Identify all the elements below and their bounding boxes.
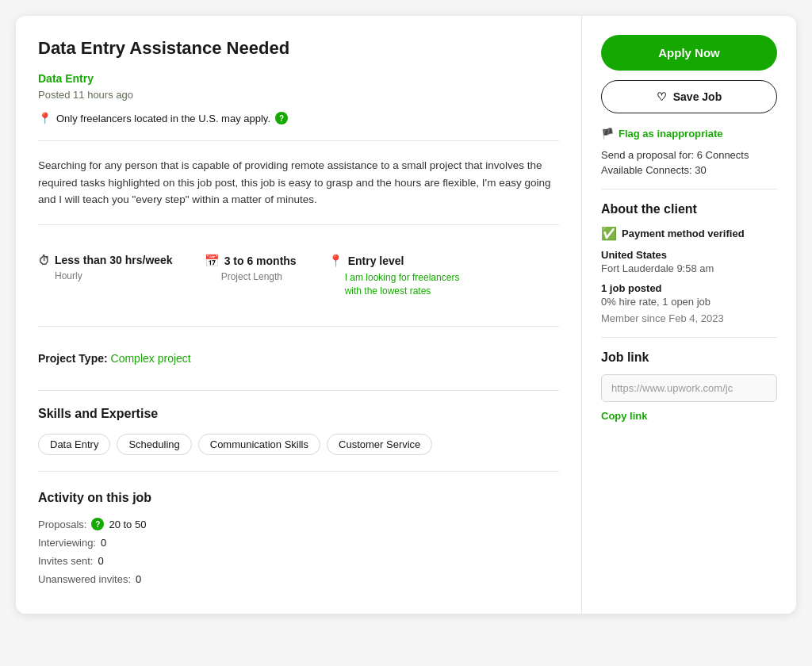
entry-icon: 📍 xyxy=(328,254,343,268)
duration-label: 3 to 6 months xyxy=(224,255,297,267)
save-label: Save Job xyxy=(673,90,722,103)
activity-section: Activity on this job Proposals: ? 20 to … xyxy=(38,488,559,585)
clock-icon: ⏱ xyxy=(38,254,50,267)
available-connects-info: Available Connects: 30 xyxy=(601,164,777,176)
proposals-icon: ? xyxy=(91,518,104,530)
location-pin-icon: 📍 xyxy=(38,112,52,124)
divider-4 xyxy=(38,390,559,391)
hours-sublabel: Hourly xyxy=(38,270,173,281)
duration-sublabel: Project Length xyxy=(205,271,297,282)
divider-1 xyxy=(38,140,559,141)
divider-5 xyxy=(38,471,559,472)
skill-tag: Customer Service xyxy=(327,434,432,455)
copy-link[interactable]: Copy link xyxy=(601,410,648,422)
about-client-title: About the client xyxy=(601,202,777,216)
heart-icon: ♡ xyxy=(657,90,667,103)
meta-hours: ⏱ Less than 30 hrs/week Hourly xyxy=(38,254,173,298)
flag-label: Flag as inappropriate xyxy=(619,128,722,140)
skills-section: Skills and Expertise Data EntrySchedulin… xyxy=(38,407,559,455)
level-desc: I am looking for freelancers with the lo… xyxy=(328,271,471,298)
interviewing-value: 0 xyxy=(101,537,106,549)
skill-tag: Communication Skills xyxy=(198,434,320,455)
invites-label: Invites sent: xyxy=(38,555,93,567)
job-link-title: Job link xyxy=(601,350,777,365)
job-description: Searching for any person that is capable… xyxy=(38,157,559,209)
sends-proposal-info: Send a proposal for: 6 Connects xyxy=(601,149,777,161)
jobs-posted: 1 job posted xyxy=(601,282,777,294)
invites-value: 0 xyxy=(98,555,103,567)
category-link[interactable]: Data Entry xyxy=(38,72,94,85)
sidebar: Apply Now ♡ Save Job 🏴 Flag as inappropr… xyxy=(582,16,796,614)
divider-2 xyxy=(38,224,559,225)
member-since: Member since Feb 4, 2023 xyxy=(601,312,777,324)
activity-unanswered: Unanswered invites: 0 xyxy=(38,573,559,585)
divider-3 xyxy=(38,326,559,327)
client-country: United States xyxy=(601,249,777,261)
skills-list: Data EntrySchedulingCommunication Skills… xyxy=(38,434,559,455)
hours-label: Less than 30 hrs/week xyxy=(55,254,173,266)
proposals-label: Proposals: xyxy=(38,519,86,530)
level-label: Entry level xyxy=(348,255,404,267)
location-notice: 📍 Only freelancers located in the U.S. m… xyxy=(38,112,559,124)
meta-level: 📍 Entry level I am looking for freelance… xyxy=(328,254,471,298)
flag-link[interactable]: 🏴 Flag as inappropriate xyxy=(601,128,777,140)
activity-invites: Invites sent: 0 xyxy=(38,555,559,567)
unanswered-label: Unanswered invites: xyxy=(38,573,131,585)
verified-icon: ✅ xyxy=(601,226,617,241)
sidebar-divider-2 xyxy=(601,337,777,338)
skill-tag: Data Entry xyxy=(38,434,110,455)
proposals-value: 20 to 50 xyxy=(109,519,146,530)
posted-time: Posted 11 hours ago xyxy=(38,89,559,101)
job-link-input[interactable] xyxy=(601,374,777,402)
help-icon[interactable]: ? xyxy=(275,112,288,124)
calendar-icon: 📅 xyxy=(205,254,220,268)
save-button[interactable]: ♡ Save Job xyxy=(601,80,777,113)
activity-proposals: Proposals: ? 20 to 50 xyxy=(38,518,559,530)
activity-title: Activity on this job xyxy=(38,491,559,505)
job-meta: ⏱ Less than 30 hrs/week Hourly 📅 3 to 6 … xyxy=(38,241,559,311)
hire-rate: 0% hire rate, 1 open job xyxy=(601,296,777,308)
payment-verified: ✅ Payment method verified xyxy=(601,226,777,241)
sidebar-divider-1 xyxy=(601,189,777,189)
about-client: About the client ✅ Payment method verifi… xyxy=(601,202,777,324)
unanswered-value: 0 xyxy=(136,573,141,585)
job-link-section: Job link Copy link xyxy=(601,350,777,423)
interviewing-label: Interviewing: xyxy=(38,537,96,549)
apply-button[interactable]: Apply Now xyxy=(601,35,777,71)
project-type: Project Type: Complex project xyxy=(38,343,559,374)
skill-tag: Scheduling xyxy=(117,434,191,455)
client-city: Fort Lauderdale 9:58 am xyxy=(601,262,777,274)
skills-title: Skills and Expertise xyxy=(38,407,559,421)
meta-duration: 📅 3 to 6 months Project Length xyxy=(205,254,297,298)
flag-icon: 🏴 xyxy=(601,128,614,140)
job-title: Data Entry Assistance Needed xyxy=(38,38,559,59)
activity-interviewing: Interviewing: 0 xyxy=(38,537,559,549)
